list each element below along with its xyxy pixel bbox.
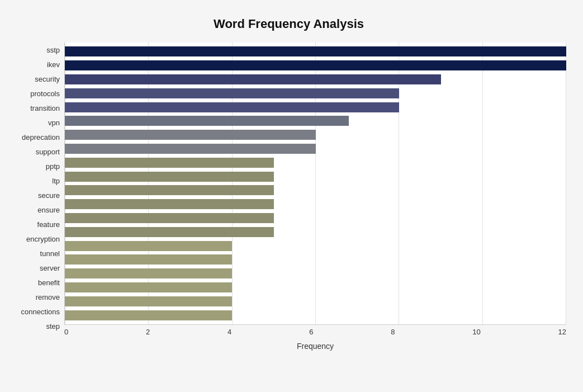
y-axis-label: ikev bbox=[11, 61, 60, 68]
y-axis-label: transition bbox=[11, 105, 60, 112]
chart-plot: 024681012 Frequency bbox=[64, 42, 566, 351]
bars-area bbox=[64, 42, 566, 325]
y-axis-label: ensure bbox=[11, 206, 60, 214]
bar bbox=[65, 102, 399, 112]
y-axis-label: deprecation bbox=[11, 134, 60, 141]
chart-title: Word Frequency Analysis bbox=[11, 11, 566, 31]
bar bbox=[65, 158, 274, 168]
y-axis-label: security bbox=[11, 75, 60, 83]
x-axis-tick: 8 bbox=[391, 328, 395, 339]
y-axis-label: secure bbox=[11, 192, 60, 199]
bar-row bbox=[65, 73, 566, 87]
y-axis-label: remove bbox=[11, 294, 60, 301]
bar bbox=[65, 282, 232, 292]
chart-area: sstpikevsecurityprotocolstransitionvpnde… bbox=[11, 42, 566, 351]
bar-row bbox=[65, 86, 566, 100]
bar-row bbox=[65, 128, 566, 142]
x-axis-tick: 10 bbox=[472, 328, 480, 339]
bar bbox=[65, 60, 566, 70]
bar bbox=[65, 74, 441, 84]
bar bbox=[65, 88, 399, 98]
y-axis-label: support bbox=[11, 148, 60, 155]
bar-row bbox=[65, 183, 566, 197]
bar bbox=[65, 268, 232, 278]
bar bbox=[65, 172, 274, 182]
bar-row bbox=[65, 281, 566, 295]
bar bbox=[65, 130, 316, 140]
bar bbox=[65, 227, 274, 237]
bar-row bbox=[65, 45, 566, 59]
bar-row bbox=[65, 59, 566, 73]
x-axis-title: Frequency bbox=[64, 342, 566, 351]
x-axis-tick: 0 bbox=[64, 328, 68, 339]
y-axis-label: feature bbox=[11, 221, 60, 228]
y-axis-label: benefit bbox=[11, 279, 60, 286]
x-axis-tick: 12 bbox=[558, 328, 566, 339]
y-axis-labels: sstpikevsecurityprotocolstransitionvpnde… bbox=[11, 42, 64, 351]
x-axis-labels: 024681012 bbox=[64, 328, 566, 339]
x-axis-tick: 2 bbox=[146, 328, 150, 339]
bar bbox=[65, 241, 232, 251]
chart-container: Word Frequency Analysis sstpikevsecurity… bbox=[0, 0, 583, 392]
bar bbox=[65, 310, 232, 320]
bar bbox=[65, 296, 232, 306]
x-axis-tick: 6 bbox=[309, 328, 313, 339]
y-axis-label: vpn bbox=[11, 119, 60, 126]
bar-row bbox=[65, 197, 566, 211]
bar bbox=[65, 199, 274, 209]
bar-row bbox=[65, 308, 566, 322]
bar-row bbox=[65, 114, 566, 128]
bar-row bbox=[65, 225, 566, 239]
bar-row bbox=[65, 155, 566, 169]
bar-row bbox=[65, 100, 566, 114]
bar bbox=[65, 213, 274, 223]
bar bbox=[65, 185, 274, 195]
bar bbox=[65, 254, 232, 265]
bar-row bbox=[65, 294, 566, 308]
bar-row bbox=[65, 169, 566, 183]
bar-row bbox=[65, 211, 566, 225]
y-axis-label: encryption bbox=[11, 235, 60, 243]
y-axis-label: pptp bbox=[11, 163, 60, 170]
bar bbox=[65, 46, 566, 56]
bar bbox=[65, 116, 349, 126]
bar-row bbox=[65, 253, 566, 267]
y-axis-label: ltp bbox=[11, 177, 60, 185]
y-axis-label: connections bbox=[11, 308, 60, 315]
y-axis-label: sstp bbox=[11, 46, 60, 54]
bars-wrapper bbox=[65, 42, 566, 324]
bar bbox=[65, 144, 316, 154]
x-axis-tick: 4 bbox=[227, 328, 231, 339]
y-axis-label: tunnel bbox=[11, 250, 60, 257]
y-axis-label: server bbox=[11, 265, 60, 272]
bar-row bbox=[65, 142, 566, 156]
bar-row bbox=[65, 239, 566, 253]
y-axis-label: step bbox=[11, 323, 60, 330]
y-axis-label: protocols bbox=[11, 90, 60, 97]
bar-row bbox=[65, 267, 566, 281]
